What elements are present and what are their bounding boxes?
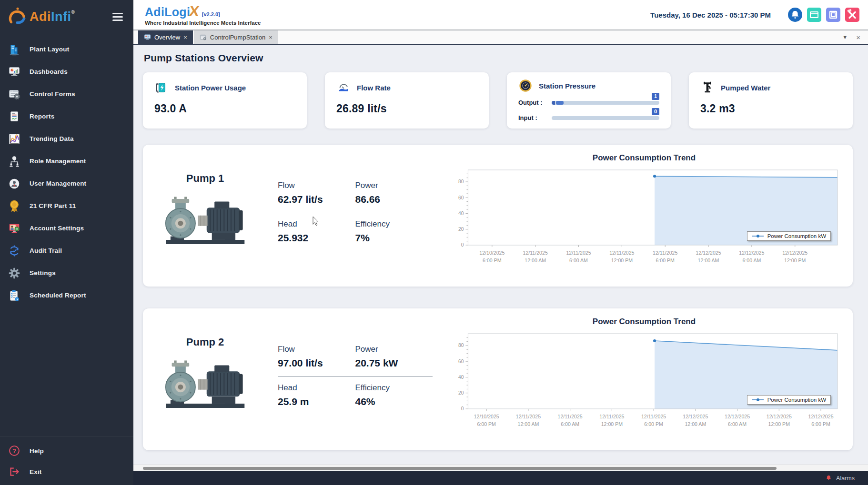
stat-label: Efficiency — [355, 219, 433, 229]
pumped-water-icon — [700, 80, 715, 95]
tab-controlpumpstation[interactable]: ControlPumpStation × — [194, 30, 278, 44]
svg-text:12:00 PM: 12:00 PM — [601, 421, 623, 427]
sidebar-item-label: Help — [30, 447, 44, 455]
sidebar-item-account-settings[interactable]: Account Settings — [0, 217, 133, 239]
alarms-label[interactable]: Alarms — [836, 475, 855, 482]
kpi-label: Station Power Usage — [175, 84, 246, 92]
sidebar-item-label: Reports — [30, 113, 54, 120]
svg-text:12:00 PM: 12:00 PM — [768, 421, 790, 427]
content-area: Pump Stations Overview Station Power Usa… — [133, 45, 868, 465]
pressure-gauge-icon — [518, 79, 533, 93]
horizontal-scrollbar-thumb[interactable] — [143, 467, 777, 470]
alarms-bell-icon — [825, 475, 832, 482]
stat-power: Power 20.75 kW — [355, 345, 433, 369]
minimize-window-button[interactable] — [807, 8, 821, 22]
svg-text:80: 80 — [458, 343, 464, 348]
sidebar-item-21-cfr-part-11[interactable]: 21 CFR Part 11 — [0, 195, 133, 217]
svg-text:?: ? — [12, 447, 16, 455]
sidebar-item-scheduled-report[interactable]: Scheduled Report — [0, 284, 133, 307]
svg-text:60: 60 — [458, 359, 464, 364]
pump2-chart: Power Consumption Trend 02040608012/10/2… — [447, 313, 841, 446]
hamburger-menu-icon[interactable] — [111, 9, 125, 25]
svg-text:20: 20 — [458, 227, 464, 232]
stat-label: Flow — [278, 345, 355, 354]
output-value-badge: 1 — [652, 93, 659, 100]
svg-text:12/10/2025: 12/10/2025 — [474, 414, 499, 419]
sidebar-nav: Plant Layout Dashboards Control Forms Re… — [0, 38, 133, 307]
brand-name-secondary: Infi — [51, 10, 71, 24]
svg-text:6:00 AM: 6:00 AM — [728, 421, 747, 427]
pump-name: Pump 2 — [156, 336, 254, 348]
station-power-icon — [154, 80, 169, 95]
sidebar-item-role-management[interactable]: Role Management — [0, 150, 133, 172]
minimize-window-icon — [807, 8, 821, 22]
svg-text:6:00 PM: 6:00 PM — [483, 257, 501, 263]
kpi-card-pumped-water: Pumped Water 3.2 m3 — [689, 72, 853, 129]
svg-text:12:00 PM: 12:00 PM — [611, 257, 633, 263]
stat-flow: Flow 62.97 lit/s — [278, 181, 355, 205]
logo-text-accent: X — [188, 4, 200, 20]
stat-label: Flow — [278, 181, 355, 190]
sidebar-item-label: 21 CFR Part 11 — [30, 202, 76, 209]
restore-window-button[interactable] — [826, 8, 840, 22]
svg-text:0: 0 — [461, 406, 464, 412]
sidebar-item-settings[interactable]: Settings — [0, 262, 133, 284]
user-badge-icon — [7, 176, 22, 191]
bell-icon — [788, 8, 802, 22]
legend-label: Power Consumption kW — [767, 233, 826, 239]
sidebar-item-plant-layout[interactable]: Plant Layout — [0, 38, 133, 60]
sidebar-item-label: Trending Data — [30, 135, 74, 142]
sidebar-item-user-management[interactable]: User Management — [0, 172, 133, 195]
sidebar-item-audit-trail[interactable]: Audit Trail — [0, 239, 133, 262]
app-root: AdiInfi® Plant Layout Dashboards — [0, 0, 868, 485]
brand-name-primary: Adi — [30, 10, 51, 24]
header-actions: Tuesday, 16 Dec 2025 - 05:17:30 PM — [650, 8, 859, 22]
tab-overflow-caret-icon[interactable]: ▼ — [842, 34, 848, 40]
kpi-card-station-power: Station Power Usage 93.0 A — [143, 72, 307, 129]
tabbar-close-icon[interactable]: × — [856, 33, 860, 41]
stat-value: 25.9 m — [278, 396, 355, 407]
slider-thumb[interactable] — [556, 101, 564, 105]
svg-text:12:00 AM: 12:00 AM — [525, 257, 546, 263]
slider-fill — [552, 101, 555, 105]
sidebar-item-label: Account Settings — [30, 225, 84, 232]
svg-text:12:00 AM: 12:00 AM — [518, 421, 539, 427]
svg-text:12/12/2025: 12/12/2025 — [696, 250, 721, 256]
output-pressure-slider[interactable]: 1 — [552, 101, 659, 105]
svg-text:12:00 AM: 12:00 AM — [698, 257, 719, 263]
document-icon — [7, 109, 22, 124]
input-pressure-slider[interactable]: 0 — [552, 116, 659, 120]
svg-text:40: 40 — [458, 211, 464, 216]
sidebar-item-label: User Management — [30, 180, 86, 187]
tab-overview[interactable]: Overview × — [138, 30, 193, 44]
tab-close-icon[interactable]: × — [183, 34, 187, 41]
notifications-bell-button[interactable] — [788, 8, 802, 22]
legend-marker-icon — [752, 397, 764, 402]
sidebar-item-help[interactable]: ? Help — [0, 440, 133, 461]
svg-text:40: 40 — [458, 375, 464, 380]
stat-head: Head 25.932 — [278, 219, 355, 244]
app-version: [v2.2.0] — [202, 12, 220, 18]
building-icon — [7, 42, 22, 57]
input-pressure-row: Input : 0 — [518, 114, 659, 121]
sidebar-item-reports[interactable]: Reports — [0, 105, 133, 128]
pump1-info: Pump 1 — [156, 149, 254, 283]
sidebar-item-exit[interactable]: Exit — [0, 461, 133, 482]
stat-value: 46% — [355, 396, 433, 407]
sidebar-item-label: Settings — [30, 269, 56, 277]
sidebar-item-trending-data[interactable]: Trending Data — [0, 128, 133, 150]
tab-close-icon[interactable]: × — [269, 34, 273, 41]
sidebar-item-label: Control Forms — [30, 90, 75, 98]
adiinfi-logo-icon — [7, 6, 29, 28]
close-app-button[interactable] — [845, 8, 859, 22]
svg-text:12:00 PM: 12:00 PM — [784, 257, 806, 263]
top-header: AdiLogi X [v2.2.0] Where Industrial Inte… — [133, 0, 868, 30]
svg-text:12/11/2025: 12/11/2025 — [523, 250, 548, 256]
help-icon: ? — [7, 443, 22, 458]
svg-text:6:00 AM: 6:00 AM — [742, 257, 761, 263]
svg-text:12/12/2025: 12/12/2025 — [683, 414, 708, 419]
sidebar-item-label: Role Management — [30, 158, 86, 165]
sidebar-item-control-forms[interactable]: Control Forms — [0, 83, 133, 105]
sidebar-item-dashboards[interactable]: Dashboards — [0, 60, 133, 83]
svg-text:12/11/2025: 12/11/2025 — [558, 414, 583, 419]
